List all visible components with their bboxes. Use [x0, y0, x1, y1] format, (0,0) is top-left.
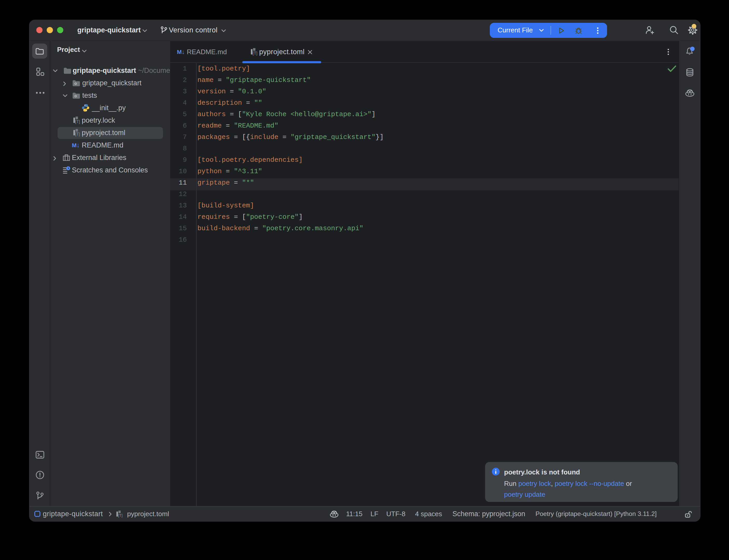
svg-text:[T]: [T] [118, 513, 122, 517]
svg-text:[T]: [T] [75, 132, 80, 136]
svg-text:[T]: [T] [75, 120, 80, 124]
svg-text:[T]: [T] [252, 51, 257, 55]
